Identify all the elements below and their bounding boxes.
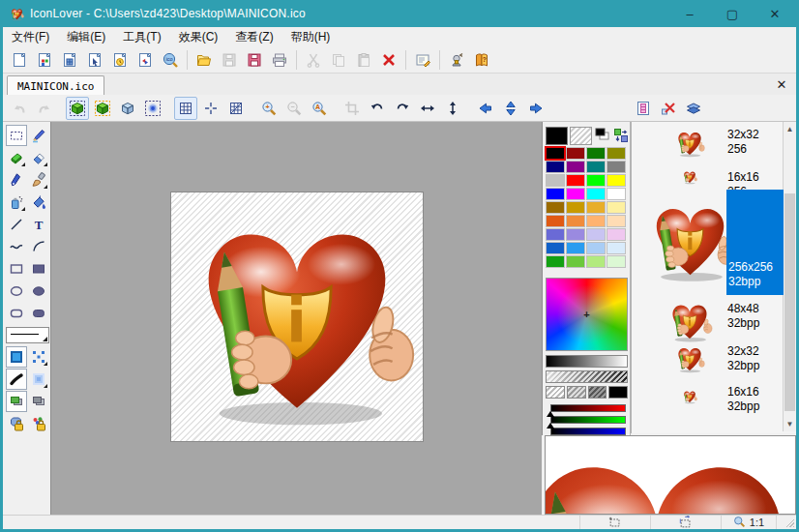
shift-left-button[interactable] — [474, 97, 497, 120]
palette-swatch[interactable] — [586, 201, 606, 214]
menu-effects[interactable]: 效果(C) — [170, 27, 227, 47]
transparent-mode-button[interactable] — [116, 97, 139, 120]
red-slider[interactable] — [550, 404, 626, 412]
minimize-button[interactable]: – — [668, 0, 711, 27]
soft-square-tool[interactable] — [28, 369, 49, 390]
brightness-bar[interactable] — [546, 355, 628, 368]
green-slider[interactable] — [550, 416, 626, 424]
palette-swatch[interactable] — [566, 228, 585, 241]
shift-vertical-button[interactable] — [499, 97, 522, 120]
alpha-preset-light[interactable] — [546, 386, 565, 399]
color-wheel[interactable]: + — [546, 278, 628, 351]
crop-button[interactable] — [340, 97, 364, 120]
text-tool[interactable]: T — [28, 214, 49, 235]
arc-tool[interactable] — [28, 236, 49, 257]
palette-swatch[interactable] — [586, 242, 606, 254]
palette-swatch[interactable] — [546, 201, 565, 214]
tab-mainicon[interactable]: MAINICON.ico — [7, 75, 104, 96]
new-file-button[interactable] — [8, 48, 31, 72]
shift-right-button[interactable] — [524, 97, 547, 120]
palette-swatch[interactable] — [586, 188, 606, 200]
palette-swatch[interactable] — [566, 161, 585, 173]
scroll-down-icon[interactable]: ▼ — [784, 417, 796, 431]
properties-button[interactable] — [411, 48, 434, 72]
layer-overlap-tool[interactable] — [6, 391, 27, 412]
show-crosshair-button[interactable] — [199, 97, 222, 120]
foreground-color-swatch[interactable] — [546, 127, 568, 145]
resize-grip[interactable] — [785, 518, 794, 527]
undo-button[interactable] — [8, 97, 31, 120]
add-frame-button[interactable] — [632, 97, 655, 120]
icon-format-item[interactable]: 16x16256 — [632, 166, 783, 192]
icon-artboard[interactable] — [170, 192, 424, 442]
rotate-left-button[interactable] — [366, 97, 389, 120]
palette-swatch[interactable] — [546, 228, 565, 241]
show-grid-button[interactable] — [174, 97, 197, 120]
tab-close-icon[interactable]: ✕ — [773, 75, 790, 93]
eraser-tool[interactable] — [28, 147, 49, 168]
red-slider-marker[interactable] — [547, 411, 554, 417]
eraser-3d-tool[interactable] — [6, 147, 27, 168]
palette-swatch[interactable] — [586, 161, 606, 173]
icon-format-item[interactable]: 32x32256 — [632, 124, 783, 166]
close-button[interactable]: ✕ — [754, 0, 796, 27]
palette-swatch[interactable] — [546, 174, 565, 187]
ellipse-filled-tool[interactable] — [28, 281, 49, 302]
delete-frame-button[interactable] — [657, 97, 680, 120]
open-folder-button[interactable] — [192, 48, 216, 72]
pen-tool[interactable] — [6, 169, 27, 191]
new-image-formats-button[interactable] — [133, 48, 157, 72]
find-icons-button[interactable]: ico — [159, 48, 182, 72]
palette-swatch[interactable] — [566, 174, 585, 187]
palette-swatch[interactable] — [586, 228, 606, 241]
flip-horizontal-button[interactable] — [416, 97, 439, 120]
swap-colors-icon[interactable] — [613, 128, 629, 143]
palette-swatch[interactable] — [607, 188, 626, 200]
palette-swatch[interactable] — [586, 174, 606, 187]
icon-format-item[interactable]: 48x4832bpp — [632, 298, 783, 340]
line-width-selector[interactable] — [6, 327, 49, 343]
select-tool[interactable] — [6, 125, 27, 146]
flip-vertical-button[interactable] — [441, 97, 464, 120]
rotate-right-button[interactable] — [391, 97, 414, 120]
lock-colors-tool[interactable] — [28, 413, 49, 434]
zoom-in-button[interactable]: + — [257, 97, 281, 120]
icon-format-item[interactable]: 256x25632bpp — [632, 190, 783, 295]
normal-mode-button[interactable] — [66, 97, 89, 120]
blue-slider[interactable] — [550, 428, 626, 435]
layer-overlap-alt-tool[interactable] — [28, 391, 49, 412]
palette-swatch[interactable] — [566, 215, 585, 227]
rectangle-filled-tool[interactable] — [28, 258, 49, 280]
alpha-preset-opaque[interactable] — [608, 386, 628, 399]
palette-swatch[interactable] — [546, 215, 565, 227]
rounded-rect-filled-tool[interactable] — [28, 303, 49, 324]
save-button[interactable] — [218, 48, 241, 72]
scatter-mode-tool[interactable] — [28, 346, 49, 368]
palette-swatch[interactable] — [546, 255, 565, 268]
paste-button[interactable] — [352, 48, 375, 72]
scroll-up-icon[interactable]: ▲ — [784, 122, 796, 136]
lock-pixels-tool[interactable] — [6, 413, 27, 434]
zoom-out-button[interactable]: − — [282, 97, 306, 120]
green-slider-marker[interactable] — [547, 423, 554, 429]
palette-swatch[interactable] — [607, 147, 626, 160]
icon-format-item[interactable]: 32x3232bpp — [632, 340, 783, 381]
alpha-preset-dark[interactable] — [588, 386, 607, 399]
pencil-tool[interactable] — [28, 125, 49, 146]
palette-swatch[interactable] — [566, 242, 585, 254]
save-library-button[interactable] — [243, 48, 266, 72]
icon-wizard-button[interactable] — [445, 48, 468, 72]
palette-swatch[interactable] — [586, 147, 606, 160]
layers-button[interactable] — [682, 97, 705, 120]
brush-tool[interactable] — [28, 169, 49, 191]
background-transparent-swatch[interactable] — [570, 127, 592, 145]
palette-swatch[interactable] — [566, 147, 585, 160]
editor-canvas[interactable] — [50, 122, 542, 515]
spray-tool[interactable] — [6, 192, 27, 213]
palette-swatch[interactable] — [607, 228, 626, 241]
new-cursor-button[interactable] — [83, 48, 106, 72]
curve-tool[interactable] — [6, 236, 27, 257]
fill-bucket-tool[interactable] — [28, 192, 49, 213]
copy-button[interactable] — [327, 48, 350, 72]
ellipse-outline-tool[interactable] — [6, 281, 27, 302]
